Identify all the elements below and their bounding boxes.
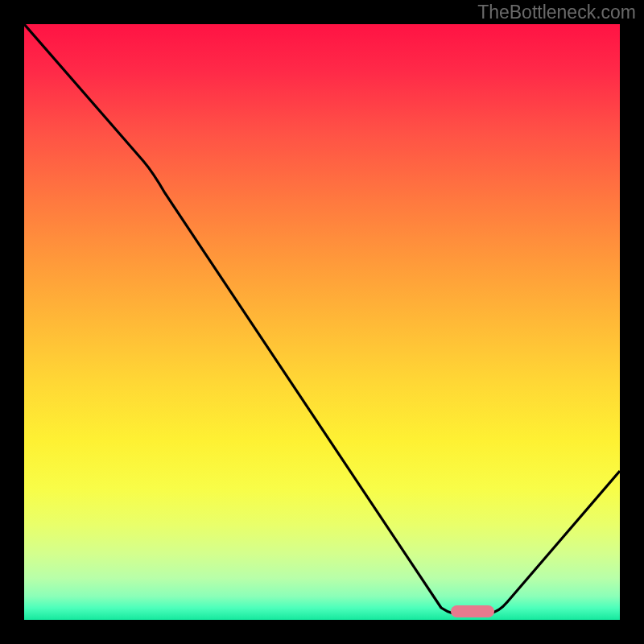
- watermark-text: TheBottleneck.com: [477, 2, 636, 23]
- plot-area: [24, 24, 620, 620]
- optimal-marker: [451, 605, 494, 617]
- bottleneck-curve: [24, 24, 620, 616]
- curve-layer: [24, 24, 620, 620]
